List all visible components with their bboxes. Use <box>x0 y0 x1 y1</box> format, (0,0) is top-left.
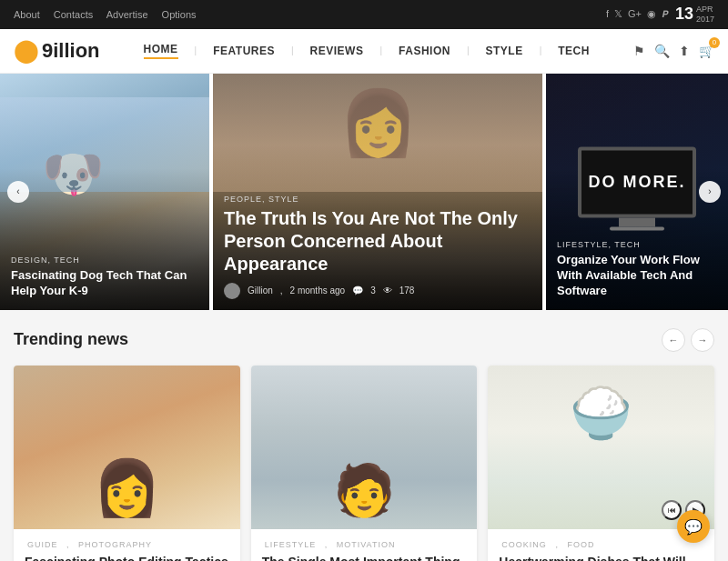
do-more-text: DO MORE. <box>588 173 685 191</box>
card-3-cat2: FOOD <box>567 540 594 549</box>
top-bar-links: About Contacts Advertise Options <box>14 9 207 20</box>
card-2-cat2: MOTIVATION <box>337 540 396 549</box>
hero-left-category: DESIGN, TECH <box>11 255 198 265</box>
hero-left-overlay: DESIGN, TECH Fascinating Dog Tech That C… <box>0 245 209 310</box>
hero-slide-right[interactable]: DO MORE. LIFESTYLE, TECH Organize Your W… <box>546 74 728 310</box>
share-icon[interactable]: ⬆ <box>679 44 690 58</box>
logo-dot: ⬤ <box>14 38 38 64</box>
monitor-stand <box>619 217 655 226</box>
hero-center-comments: 3 <box>370 286 376 296</box>
main-nav: HOME | FEATURES | REVIEWS | FASHION | ST… <box>144 43 590 59</box>
card-2-title: The Single Most Important Thing You Need… <box>262 554 467 561</box>
hero-center-overlay: PEOPLE, STYLE The Truth Is You Are Not T… <box>213 184 542 310</box>
hero-center-avatar <box>224 283 240 299</box>
hero-next-button[interactable]: › <box>699 181 721 203</box>
date-day: 13 <box>675 5 693 24</box>
hero-center-views: 178 <box>399 286 415 296</box>
hero-center-category: PEOPLE, STYLE <box>224 195 531 204</box>
audio-prev-button[interactable]: ⏮ <box>662 500 682 520</box>
view-icon: 👁 <box>383 286 392 296</box>
card-1-category: GUIDE , PHOTOGRAPHY <box>25 540 229 549</box>
card-3-title: Heartwarming Dishes That Will Lighten Up… <box>499 554 703 561</box>
google-plus-icon[interactable]: G+ <box>628 8 642 20</box>
bookmark-icon[interactable]: ⚑ <box>633 44 645 58</box>
instagram-icon[interactable]: ◉ <box>647 8 656 20</box>
options-link[interactable]: Options <box>162 9 197 20</box>
nav-reviews[interactable]: REVIEWS <box>310 45 364 57</box>
hero-slider: 🐶 DESIGN, TECH Fascinating Dog Tech That… <box>0 74 728 310</box>
trending-header: Trending news ← → <box>14 328 714 352</box>
social-icons: f 𝕏 G+ ◉ 𝙋 <box>606 8 668 20</box>
hero-prev-button[interactable]: ‹ <box>7 181 29 203</box>
card-2-cat1: LIFESTYLE <box>265 540 317 549</box>
hero-slide-left[interactable]: 🐶 DESIGN, TECH Fascinating Dog Tech That… <box>0 74 209 310</box>
nav-features[interactable]: FEATURES <box>213 45 275 57</box>
card-2-image <box>251 366 478 529</box>
trending-card-2[interactable]: LIFESTYLE , MOTIVATION The Single Most I… <box>251 366 478 561</box>
header: ⬤ 9illion HOME | FEATURES | REVIEWS | FA… <box>0 29 728 74</box>
advertise-link[interactable]: Advertise <box>106 9 148 20</box>
card-3-category: COOKING , FOOD <box>499 540 703 549</box>
logo-text: 9illion <box>42 39 100 63</box>
trending-card-1[interactable]: GUIDE , PHOTOGRAPHY Fascinating Photo Ed… <box>14 366 240 561</box>
trending-next-button[interactable]: → <box>691 328 714 352</box>
card-1-body: GUIDE , PHOTOGRAPHY Fascinating Photo Ed… <box>14 529 240 561</box>
chat-bubble-button[interactable]: 💬 <box>677 510 710 543</box>
top-bar: About Contacts Advertise Options f 𝕏 G+ … <box>0 0 728 29</box>
cart-badge[interactable]: 🛒 0 <box>699 43 714 59</box>
hero-slide-center[interactable]: 👩 PEOPLE, STYLE The Truth Is You Are Not… <box>213 74 542 310</box>
cards-grid: GUIDE , PHOTOGRAPHY Fascinating Photo Ed… <box>14 366 714 561</box>
hero-left-title: Fascinating Dog Tech That Can Help Your … <box>11 268 198 299</box>
top-bar-right: f 𝕏 G+ ◉ 𝙋 13 APR 2017 <box>606 5 714 25</box>
twitter-icon[interactable]: 𝕏 <box>614 8 622 20</box>
pinterest-icon[interactable]: 𝙋 <box>662 8 668 20</box>
card-1-cat2: PHOTOGRAPHY <box>78 540 152 549</box>
nav-fashion[interactable]: FASHION <box>399 45 450 57</box>
monitor-visual: DO MORE. <box>578 146 696 228</box>
contacts-link[interactable]: Contacts <box>54 9 93 20</box>
nav-home[interactable]: HOME <box>144 43 178 59</box>
card-3-sep: , <box>555 540 559 549</box>
card-3-image: ⏮ ▶ <box>488 366 714 529</box>
trending-title: Trending news <box>14 330 128 349</box>
header-icons: ⚑ 🔍 ⬆ 🛒 0 <box>633 43 714 59</box>
search-icon[interactable]: 🔍 <box>654 44 670 58</box>
nav-style[interactable]: STYLE <box>486 45 523 57</box>
trending-nav: ← → <box>662 328 714 352</box>
date-display: 13 APR 2017 <box>675 5 714 25</box>
hero-right-category: LIFESTYLE, TECH <box>557 240 717 249</box>
date-month: APR <box>696 5 714 15</box>
monitor-screen: DO MORE. <box>578 146 696 217</box>
card-2-category: LIFESTYLE , MOTIVATION <box>262 540 467 549</box>
hero-center-time: 2 months ago <box>290 286 346 296</box>
comment-icon: 💬 <box>352 286 363 296</box>
card-1-title: Fascinating Photo Editing Tactics That C… <box>25 554 229 561</box>
hero-right-title: Organize Your Work Flow With Available T… <box>557 253 717 299</box>
hero-center-meta: Gillion, 2 months ago 💬 3 👁 178 <box>224 283 531 299</box>
card-2-sep: , <box>325 540 329 549</box>
trending-section: Trending news ← → GUIDE , PHOTOGRAPHY Fa… <box>0 310 728 561</box>
card-1-image <box>14 366 240 529</box>
hero-right-overlay: LIFESTYLE, TECH Organize Your Work Flow … <box>546 229 728 310</box>
about-link[interactable]: About <box>14 9 40 20</box>
logo[interactable]: ⬤ 9illion <box>14 38 100 64</box>
card-1-sep: , <box>66 540 70 549</box>
cart-count: 0 <box>709 37 720 48</box>
card-1-cat1: GUIDE <box>27 540 58 549</box>
hero-center-author: Gillion <box>248 286 273 296</box>
card-2-body: LIFESTYLE , MOTIVATION The Single Most I… <box>251 529 478 561</box>
nav-tech[interactable]: TECH <box>558 45 590 57</box>
facebook-icon[interactable]: f <box>606 8 609 20</box>
hero-center-title: The Truth Is You Are Not The Only Person… <box>224 207 531 275</box>
card-3-cat1: COOKING <box>501 540 547 549</box>
trending-prev-button[interactable]: ← <box>662 328 685 352</box>
date-year: 2017 <box>696 15 714 25</box>
